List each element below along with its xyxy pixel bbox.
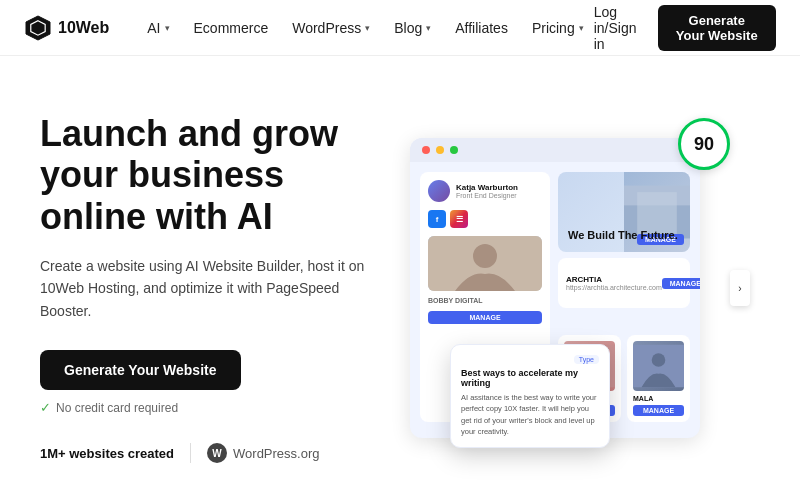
panel-user: Katja Warburton Front End Designer: [428, 180, 542, 202]
user-info: Katja Warburton Front End Designer: [456, 183, 518, 199]
user-name: Katja Warburton: [456, 183, 518, 192]
avatar: [428, 180, 450, 202]
future-title: We Build The Future.: [568, 229, 678, 242]
chevron-down-icon: ▾: [426, 23, 431, 33]
hero-left: Launch and grow your business online wit…: [40, 113, 400, 463]
profile-img-inner: [428, 236, 542, 291]
hero-subtitle: Create a website using AI Website Builde…: [40, 255, 380, 322]
login-link[interactable]: Log in/Sign in: [594, 4, 646, 52]
window-controls: [410, 138, 700, 162]
chevron-down-icon: ▾: [365, 23, 370, 33]
profile-image: [428, 236, 542, 291]
social-icons: f ☰: [428, 210, 542, 228]
hero-stats: 1M+ websites created W WordPress.org: [40, 443, 380, 463]
navbar: 10Web AI ▾ Ecommerce WordPress ▾ Blog ▾ …: [0, 0, 800, 56]
ai-card-body: AI assitance is the best way to write yo…: [461, 392, 599, 437]
archtia-manage-button[interactable]: MANAGE: [662, 278, 700, 289]
hero-cta-button[interactable]: Generate Your Website: [40, 350, 241, 390]
user-role: Front End Designer: [456, 192, 518, 199]
site-label: BOBBY DIGITAL: [428, 297, 542, 304]
instagram-icon[interactable]: ☰: [450, 210, 468, 228]
no-cc-label: No credit card required: [56, 401, 178, 415]
nav-item-ecommerce[interactable]: Ecommerce: [184, 14, 279, 42]
stat-divider: [190, 443, 191, 463]
nav-item-affiliates[interactable]: Affiliates: [445, 14, 518, 42]
svg-point-1: [473, 244, 497, 268]
close-dot: [422, 146, 430, 154]
brand-name: 10Web: [58, 19, 109, 37]
person2-label: MALA: [633, 395, 684, 402]
websites-stat: 1M+ websites created: [40, 446, 174, 461]
ai-card-title: Best ways to accelerate my writing: [461, 368, 599, 388]
hero-title: Launch and grow your business online wit…: [40, 113, 380, 237]
carousel-next-button[interactable]: ›: [730, 270, 750, 306]
check-icon: ✓: [40, 400, 51, 415]
nav-item-ai[interactable]: AI ▾: [137, 14, 179, 42]
archtia-name: ARCHTIA: [566, 275, 662, 284]
ai-card-badge: Type: [574, 355, 599, 364]
nav-links: AI ▾ Ecommerce WordPress ▾ Blog ▾ Affili…: [137, 14, 593, 42]
archtia-url: https://archtia.architecture.com: [566, 284, 662, 291]
chevron-down-icon: ▾: [579, 23, 584, 33]
future-text: We Build The Future.: [558, 219, 688, 252]
nav-cta-button[interactable]: Generate Your Website: [658, 5, 776, 51]
score-value: 90: [694, 134, 714, 155]
ai-card-top: Type: [461, 355, 599, 364]
wp-label: WordPress.org: [233, 446, 319, 461]
logo-icon: [24, 14, 52, 42]
nav-item-wordpress[interactable]: WordPress ▾: [282, 14, 380, 42]
chevron-down-icon: ▾: [165, 23, 170, 33]
person2-image: [633, 341, 684, 391]
archtia-info: ARCHTIA https://archtia.architecture.com: [566, 275, 662, 291]
facebook-icon[interactable]: f: [428, 210, 446, 228]
minimize-dot: [436, 146, 444, 154]
brand-logo[interactable]: 10Web: [24, 14, 109, 42]
hero-section: Launch and grow your business online wit…: [0, 56, 800, 500]
manage-button[interactable]: MANAGE: [428, 311, 542, 324]
ai-writing-card: Type Best ways to accelerate my writing …: [450, 344, 610, 448]
score-badge: 90: [678, 118, 730, 170]
card-archtia: ARCHTIA https://archtia.architecture.com…: [558, 258, 690, 308]
person2-manage-button[interactable]: MANAGE: [633, 405, 684, 416]
wordpress-badge: W WordPress.org: [207, 443, 319, 463]
card-person2: MALA MANAGE: [627, 335, 690, 422]
maximize-dot: [450, 146, 458, 154]
svg-point-8: [652, 353, 666, 367]
hero-right: 90 Katja Warburton Front End Designer: [400, 118, 760, 458]
nav-item-blog[interactable]: Blog ▾: [384, 14, 441, 42]
no-credit-card-notice: ✓ No credit card required: [40, 400, 380, 415]
wp-logo-icon: W: [207, 443, 227, 463]
nav-right: Log in/Sign in Generate Your Website: [594, 4, 776, 52]
card-future: We Build The Future. MANAGE: [558, 172, 690, 252]
nav-item-pricing[interactable]: Pricing ▾: [522, 14, 594, 42]
